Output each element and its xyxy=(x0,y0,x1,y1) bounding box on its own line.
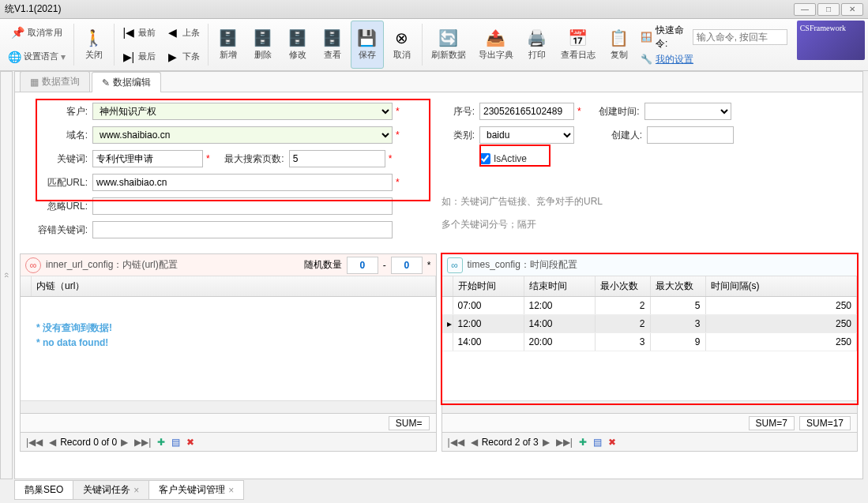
last-record-button[interactable]: ▶|最后 xyxy=(118,48,160,66)
copy-icon: 📋 xyxy=(610,28,629,47)
close-tab-icon[interactable]: × xyxy=(133,485,139,496)
creator-input[interactable] xyxy=(647,126,734,144)
framework-logo: CSFramework xyxy=(797,21,865,60)
side-panel-grip[interactable]: ‹‹ xyxy=(0,71,13,479)
times-nav-add[interactable]: ✚ xyxy=(577,437,589,448)
first-icon: |◀ xyxy=(122,26,135,39)
times-hscroll[interactable] xyxy=(442,400,858,413)
globe-icon: 🌐 xyxy=(8,51,21,63)
times-nav: |◀◀ ◀ Record 2 of 3 ▶ ▶▶| ✚ ▤ ✖ xyxy=(442,432,858,451)
col-interval: 时间间隔(s) xyxy=(706,276,858,296)
ribbon-toolbar: 📌取消常用 🌐设置语言▾ 🚶关闭 |◀最前 ▶|最后 ◀上条 ▶下条 🗄️新增 … xyxy=(0,19,868,71)
inner-nav-del[interactable]: ✖ xyxy=(184,437,197,448)
last-icon: ▶| xyxy=(122,51,135,63)
no-data-message: * 没有查询到数据! * no data found! xyxy=(21,297,436,374)
category-select[interactable]: baidu xyxy=(479,126,574,144)
grid-icon: ▦ xyxy=(30,77,39,88)
times-nav-prev[interactable]: ◀ xyxy=(468,437,480,448)
inner-nav-first[interactable]: |◀◀ xyxy=(24,437,45,448)
inner-sum: SUM= xyxy=(389,416,430,430)
rand-from-input[interactable] xyxy=(347,257,378,274)
next-record-button[interactable]: ▶下条 xyxy=(162,48,205,66)
table-row[interactable]: 14:0020:0039250 xyxy=(442,333,858,351)
close-tab-icon[interactable]: × xyxy=(228,485,234,496)
tab-data-query[interactable]: ▦数据查询 xyxy=(20,71,90,92)
hint-ignore-url: 如：关键词广告链接、竞争对手的URL xyxy=(442,195,734,208)
bottom-tabs: 鹊巢SEO 关键词任务× 客户关键词管理× xyxy=(14,480,243,500)
times-config-pane: ∞ times_config：时间段配置 开始时间 结束时间 最小次数 最大次数… xyxy=(442,253,859,452)
quick-cmd-label: 快速命令: xyxy=(656,24,690,51)
btab-seo[interactable]: 鹊巢SEO xyxy=(14,480,73,500)
inner-nav-next[interactable]: ▶ xyxy=(118,437,130,448)
view-log-button[interactable]: 📅查看日志 xyxy=(555,21,601,69)
print-icon: 🖨️ xyxy=(528,28,547,47)
tolkeyword-input[interactable] xyxy=(92,221,393,238)
link-icon: ∞ xyxy=(25,257,41,273)
table-row[interactable]: 07:0012:0025250 xyxy=(442,297,858,315)
win-flag-icon: 🪟 xyxy=(641,32,652,43)
view-button[interactable]: 🗄️查看 xyxy=(316,21,349,69)
cancel-icon: ⊗ xyxy=(393,28,411,47)
times-sum-max: SUM=17 xyxy=(799,416,851,430)
split-panes: ∞ inner_url_config：内链(url)配置 随机数量 - * 内链… xyxy=(20,253,858,452)
add-button[interactable]: 🗄️新增 xyxy=(212,21,245,69)
btab-keyword-task[interactable]: 关键词任务× xyxy=(73,480,149,500)
wrench-icon: 🔧 xyxy=(641,54,652,65)
db-edit-icon: 🗄️ xyxy=(288,28,307,47)
minimize-button[interactable]: — xyxy=(794,3,816,16)
refresh-button[interactable]: 🔄刷新数据 xyxy=(426,21,472,69)
close-button[interactable]: 🚶关闭 xyxy=(77,21,111,69)
times-nav-edit[interactable]: ▤ xyxy=(591,437,604,448)
db-add-icon: 🗄️ xyxy=(219,28,238,47)
prev-record-button[interactable]: ◀上条 xyxy=(162,24,205,41)
ignoreurl-label: 忽略URL: xyxy=(31,200,92,213)
inner-nav-prev[interactable]: ◀ xyxy=(47,437,58,448)
exit-icon: 🚶 xyxy=(85,28,103,47)
set-language-button[interactable]: 🌐设置语言▾ xyxy=(3,48,70,66)
maximize-button[interactable]: □ xyxy=(817,3,840,16)
export-dict-button[interactable]: 📤导出字典 xyxy=(473,21,519,69)
export-icon: 📤 xyxy=(487,28,505,47)
tolkeyword-label: 容错关键词: xyxy=(31,223,92,237)
highlight-box-form xyxy=(36,99,430,201)
createtime-select[interactable] xyxy=(644,103,731,120)
next-icon: ▶ xyxy=(167,51,179,63)
print-button[interactable]: 🖨️打印 xyxy=(520,21,554,69)
log-icon: 📅 xyxy=(569,28,588,47)
inner-tabs: ▦数据查询 ✎数据编辑 xyxy=(15,72,862,92)
close-window-button[interactable]: ✕ xyxy=(841,3,863,16)
pin-icon: 📌 xyxy=(12,26,24,39)
db-del-icon: 🗄️ xyxy=(254,28,272,47)
my-settings-link[interactable]: 我的设置 xyxy=(656,53,693,66)
col-end: 结束时间 xyxy=(524,276,596,296)
table-row[interactable]: ▸12:0014:0023250 xyxy=(442,315,858,333)
quick-cmd-input[interactable] xyxy=(693,29,787,45)
rand-to-input[interactable] xyxy=(391,257,423,274)
inner-nav-add[interactable]: ✚ xyxy=(155,437,167,448)
first-record-button[interactable]: |◀最前 xyxy=(118,24,160,41)
times-nav-record: Record 2 of 3 xyxy=(482,437,539,448)
btab-customer-kw[interactable]: 客户关键词管理× xyxy=(148,480,244,500)
workspace: ▦数据查询 ✎数据编辑 客户:神州知识产权* 域名:www.shaibiao.c… xyxy=(14,71,863,479)
serial-input[interactable] xyxy=(479,103,574,120)
copy-button[interactable]: 📋复制 xyxy=(603,21,636,69)
cancel-common-button[interactable]: 📌取消常用 xyxy=(3,24,70,41)
delete-button[interactable]: 🗄️删除 xyxy=(246,21,280,69)
col-min: 最小次数 xyxy=(596,276,651,296)
times-nav-first[interactable]: |◀◀ xyxy=(445,437,467,448)
save-button[interactable]: 💾保存 xyxy=(351,21,384,69)
times-nav-del[interactable]: ✖ xyxy=(606,437,618,448)
times-grid[interactable]: 07:0012:0025250 ▸12:0014:0023250 14:0020… xyxy=(442,297,858,400)
tab-data-edit[interactable]: ✎数据编辑 xyxy=(92,72,161,92)
cancel-button[interactable]: ⊗取消 xyxy=(385,21,419,69)
times-nav-last[interactable]: ▶▶| xyxy=(554,437,575,448)
inner-nav-last[interactable]: ▶▶| xyxy=(132,437,153,448)
edit-button[interactable]: 🗄️修改 xyxy=(281,21,314,69)
inner-nav-record: Record 0 of 0 xyxy=(60,437,117,448)
category-label: 类别: xyxy=(442,129,479,142)
inner-nav-edit[interactable]: ▤ xyxy=(169,437,182,448)
creator-label: 创建人: xyxy=(584,129,647,142)
times-nav-next[interactable]: ▶ xyxy=(540,437,552,448)
inner-hscroll[interactable] xyxy=(21,400,436,413)
refresh-icon: 🔄 xyxy=(439,28,458,47)
